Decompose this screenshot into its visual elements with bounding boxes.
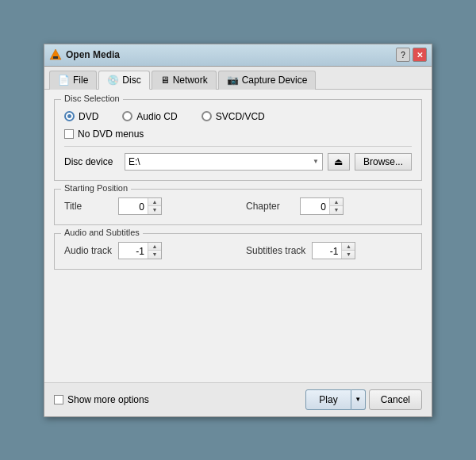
dialog-title: Open Media bbox=[66, 49, 120, 60]
audio-subtitles-group: Audio and Subtitles Audio track -1 ▲ ▼ S… bbox=[54, 233, 422, 270]
chapter-spin-arrows: ▲ ▼ bbox=[329, 198, 343, 214]
show-more-row: Show more options bbox=[54, 394, 149, 405]
title-spin-arrows: ▲ ▼ bbox=[148, 198, 161, 214]
dialog-content: Disc Selection DVD Audio CD SVCD/VCD No … bbox=[44, 90, 432, 382]
radio-row: DVD Audio CD SVCD/VCD bbox=[64, 108, 412, 122]
svg-rect-1 bbox=[53, 56, 58, 59]
show-more-label: Show more options bbox=[67, 394, 149, 405]
title-spin-up[interactable]: ▲ bbox=[148, 198, 161, 206]
dvd-radio-circle bbox=[64, 111, 75, 121]
svcd-vcd-radio[interactable]: SVCD/VCD bbox=[202, 111, 265, 122]
starting-position-label: Starting Position bbox=[61, 183, 131, 193]
disc-tab-icon: 💿 bbox=[107, 75, 119, 86]
device-row: Disc device E:\ ▼ ⏏ Browse... bbox=[64, 153, 412, 171]
play-dropdown-button[interactable]: ▼ bbox=[351, 389, 366, 410]
chapter-spinbox[interactable]: 0 ▲ ▼ bbox=[300, 197, 344, 215]
title-label: Title bbox=[64, 201, 112, 212]
divider bbox=[64, 146, 412, 147]
audio-track-spinbox[interactable]: -1 ▲ ▼ bbox=[118, 242, 162, 259]
tab-disc[interactable]: 💿 Disc bbox=[98, 71, 149, 90]
title-spin-down[interactable]: ▼ bbox=[148, 206, 161, 214]
eject-icon: ⏏ bbox=[334, 156, 343, 167]
title-value: 0 bbox=[119, 198, 148, 214]
empty-area bbox=[54, 278, 422, 373]
title-field-pair: Title 0 ▲ ▼ bbox=[64, 197, 230, 215]
no-dvd-menus-label: No DVD menus bbox=[78, 128, 144, 140]
title-spinbox[interactable]: 0 ▲ ▼ bbox=[118, 197, 162, 215]
disc-device-combobox[interactable]: E:\ ▼ bbox=[125, 153, 323, 171]
audio-track-field-pair: Audio track -1 ▲ ▼ bbox=[64, 242, 230, 259]
audio-subtitles-row: Audio track -1 ▲ ▼ Subtitles track -1 bbox=[64, 242, 412, 259]
subtitles-spinbox[interactable]: -1 ▲ ▼ bbox=[312, 242, 355, 259]
footer-row: Show more options Play ▼ Cancel bbox=[44, 382, 432, 416]
help-button[interactable]: ? bbox=[396, 48, 410, 62]
network-tab-icon: 🖥 bbox=[160, 75, 170, 86]
title-bar-buttons: ? ✕ bbox=[396, 48, 427, 62]
subtitles-spin-up[interactable]: ▲ bbox=[342, 243, 355, 251]
tab-capture[interactable]: 📷 Capture Device bbox=[218, 71, 317, 90]
disc-tab-label: Disc bbox=[122, 75, 140, 86]
close-button[interactable]: ✕ bbox=[413, 48, 427, 62]
audio-cd-radio-circle bbox=[122, 111, 132, 121]
audio-spin-up[interactable]: ▲ bbox=[148, 243, 161, 251]
eject-button[interactable]: ⏏ bbox=[328, 153, 350, 171]
browse-button[interactable]: Browse... bbox=[355, 153, 412, 171]
tabs-row: 📄 File 💿 Disc 🖥 Network 📷 Capture Device bbox=[44, 67, 432, 90]
vlc-icon bbox=[49, 48, 62, 61]
disc-selection-label: Disc Selection bbox=[61, 94, 123, 103]
chapter-label: Chapter bbox=[246, 201, 294, 212]
disc-device-value: E:\ bbox=[129, 156, 140, 167]
chapter-value: 0 bbox=[301, 198, 329, 214]
title-bar-left: Open Media bbox=[49, 48, 120, 61]
starting-position-row: Title 0 ▲ ▼ Chapter 0 ▲ bbox=[64, 197, 412, 215]
no-dvd-menus-checkbox[interactable] bbox=[64, 129, 74, 139]
subtitles-spin-down[interactable]: ▼ bbox=[342, 251, 355, 259]
network-tab-label: Network bbox=[173, 75, 208, 86]
no-dvd-menus-row: No DVD menus bbox=[64, 128, 412, 140]
play-group: Play ▼ bbox=[305, 389, 365, 410]
audio-track-label: Audio track bbox=[64, 245, 112, 256]
capture-tab-icon: 📷 bbox=[227, 75, 239, 86]
audio-track-value: -1 bbox=[119, 243, 148, 259]
subtitles-field-pair: Subtitles track -1 ▲ ▼ bbox=[246, 242, 412, 259]
audio-spin-arrows: ▲ ▼ bbox=[148, 243, 161, 259]
starting-position-group: Starting Position Title 0 ▲ ▼ Chapter bbox=[54, 189, 422, 225]
audio-cd-radio-label: Audio CD bbox=[136, 111, 177, 122]
subtitles-spin-arrows: ▲ ▼ bbox=[341, 243, 355, 259]
tab-file[interactable]: 📄 File bbox=[49, 71, 97, 90]
play-button[interactable]: Play bbox=[305, 389, 351, 410]
show-more-checkbox[interactable] bbox=[54, 395, 63, 404]
audio-subtitles-label: Audio and Subtitles bbox=[61, 228, 143, 237]
title-bar: Open Media ? ✕ bbox=[44, 44, 432, 67]
open-media-dialog: Open Media ? ✕ 📄 File 💿 Disc 🖥 Network 📷… bbox=[44, 44, 432, 417]
dvd-radio[interactable]: DVD bbox=[64, 111, 98, 122]
audio-spin-down[interactable]: ▼ bbox=[148, 251, 161, 259]
chapter-spin-up[interactable]: ▲ bbox=[330, 198, 343, 206]
subtitles-value: -1 bbox=[313, 243, 341, 259]
combo-arrow-icon: ▼ bbox=[313, 158, 319, 165]
chapter-spin-down[interactable]: ▼ bbox=[330, 206, 343, 214]
dvd-radio-label: DVD bbox=[79, 111, 98, 122]
subtitles-label: Subtitles track bbox=[246, 245, 305, 256]
disc-selection-group: Disc Selection DVD Audio CD SVCD/VCD No … bbox=[54, 99, 422, 181]
file-tab-icon: 📄 bbox=[58, 75, 70, 86]
audio-cd-radio[interactable]: Audio CD bbox=[122, 111, 177, 122]
cancel-button[interactable]: Cancel bbox=[369, 389, 422, 410]
action-buttons: Play ▼ Cancel bbox=[305, 389, 422, 410]
play-dropdown-icon: ▼ bbox=[355, 396, 361, 403]
device-label: Disc device bbox=[64, 156, 120, 167]
file-tab-label: File bbox=[73, 75, 88, 86]
tab-network[interactable]: 🖥 Network bbox=[152, 71, 217, 90]
svcd-vcd-radio-circle bbox=[202, 111, 212, 121]
capture-tab-label: Capture Device bbox=[242, 75, 308, 86]
chapter-field-pair: Chapter 0 ▲ ▼ bbox=[246, 197, 412, 215]
svcd-vcd-radio-label: SVCD/VCD bbox=[216, 111, 265, 122]
